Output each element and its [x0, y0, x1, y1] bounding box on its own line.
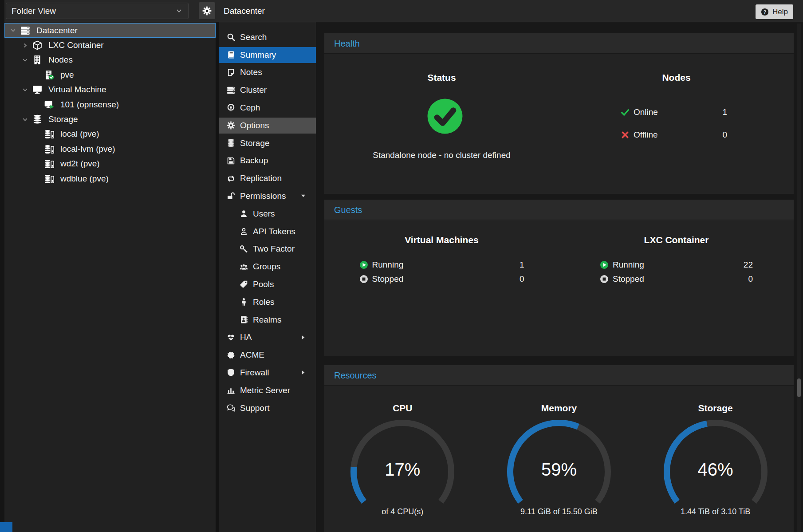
nav-item[interactable]: Realms [219, 312, 316, 328]
desktop-icon [32, 85, 45, 95]
tree-item-label: wdblue (pve) [60, 174, 109, 184]
nav-item[interactable]: Users [219, 206, 316, 222]
tree-expander-icon[interactable] [10, 27, 20, 34]
guests-body: Virtual Machines Running 1 [324, 220, 794, 287]
nav-item[interactable]: Roles [219, 294, 316, 310]
tree-row[interactable]: Datacenter [4, 23, 216, 38]
nav-item[interactable]: Backup [219, 153, 316, 169]
tree-expander-icon[interactable] [22, 56, 32, 63]
tree-item-label: wd2t (pve) [60, 159, 100, 169]
tree-expander-icon[interactable] [34, 175, 44, 182]
help-button[interactable]: ? Help [756, 4, 793, 19]
tree-expander-icon[interactable] [22, 86, 32, 93]
database-drive-icon [44, 144, 57, 154]
nav-item[interactable]: Options [219, 118, 316, 134]
stop-circle-icon [600, 275, 609, 284]
tree-expander-icon[interactable] [34, 130, 44, 138]
tree-view-selector[interactable]: Folder View [6, 3, 189, 19]
tree-expander-icon[interactable] [34, 71, 44, 79]
tree-row[interactable]: Virtual Machine [4, 83, 216, 97]
tree-expander-icon[interactable] [34, 146, 44, 153]
tree-row[interactable]: 101 (opnsense) [4, 97, 216, 112]
nav-item[interactable]: Permissions [219, 188, 316, 204]
guest-status-label: Running [613, 260, 644, 270]
tree-item-label: local-lvm (pve) [60, 144, 115, 154]
chevron-down-icon[interactable] [175, 7, 183, 15]
tree-row[interactable]: wdblue (pve) [4, 171, 216, 186]
tree-indent [4, 30, 10, 31]
tree-row[interactable]: Nodes [4, 53, 216, 67]
help-icon: ? [761, 8, 769, 16]
guest-status-label: Stopped [613, 274, 644, 284]
nav-item-label: Search [240, 32, 267, 42]
nav-item[interactable]: API Tokens [219, 224, 316, 240]
tree-indent [4, 90, 22, 90]
cross-icon [621, 130, 630, 139]
tree-indent [4, 134, 34, 134]
ceph-icon [225, 103, 236, 112]
tree-expander-icon[interactable] [34, 101, 44, 108]
tree-row[interactable]: wd2t (pve) [4, 157, 216, 171]
guest-column: LXC Container Running 22 [559, 235, 794, 287]
nav-item[interactable]: HA [219, 329, 316, 345]
nav-item[interactable]: Summary [219, 47, 316, 63]
nav-item[interactable]: Notes [219, 64, 316, 80]
resource-tree-panel: Datacenter LXC Container Nodes [4, 22, 216, 532]
nav-item-label: Realms [253, 315, 281, 325]
nav-item-label: Pools [253, 280, 274, 289]
tree-expander-icon[interactable] [34, 160, 44, 167]
nav-item-label: Roles [253, 297, 275, 307]
nav-item[interactable]: Firewall [219, 365, 316, 381]
node-status-value: 0 [722, 130, 727, 140]
nav-item[interactable]: Replication [219, 170, 316, 186]
nav-item[interactable]: Two Factor [219, 241, 316, 257]
gauge-percent: 17% [345, 460, 460, 480]
tree-indent [4, 149, 34, 149]
tree-settings-button[interactable] [199, 2, 215, 19]
nav-item[interactable]: Search [219, 29, 316, 45]
tree-expander-icon[interactable] [22, 42, 32, 49]
tree-item-label: 101 (opnsense) [60, 100, 119, 110]
floppy-icon [225, 157, 236, 165]
guest-status-label: Stopped [372, 274, 404, 284]
tree-row[interactable]: local (pve) [4, 127, 216, 142]
chart-bars-icon [225, 386, 236, 394]
resources-section-title: Resources [324, 365, 794, 386]
tree-indent [4, 75, 34, 75]
nav-item[interactable]: Ceph [219, 100, 316, 116]
tree-row[interactable]: pve [4, 67, 216, 82]
help-button-label: Help [772, 8, 788, 16]
guest-table: Running 1 Stopped 0 [359, 258, 524, 287]
proxmox-app: Folder View Datacenter ? Help Datacenter [0, 0, 803, 532]
cluster-status-message: Standalone node - no cluster defined [324, 150, 559, 160]
server-icon [225, 86, 236, 95]
tree-row[interactable]: Storage [4, 112, 216, 126]
nav-item[interactable]: Pools [219, 276, 316, 292]
nav-item[interactable]: ACME [219, 347, 316, 363]
nav-item[interactable]: Support [219, 400, 316, 416]
building-check-icon [44, 70, 57, 80]
nav-item[interactable]: Metric Server [219, 382, 316, 398]
content-scrollbar[interactable] [797, 24, 801, 532]
gauge-percent: 46% [658, 460, 773, 480]
resource-tree: Datacenter LXC Container Nodes [4, 23, 216, 186]
desktop-play-icon [44, 100, 57, 110]
guest-column-heading: LXC Container [644, 235, 709, 245]
nav-item[interactable]: Cluster [219, 82, 316, 98]
nav-item-label: ACME [240, 350, 264, 360]
caret-right-icon [300, 370, 306, 375]
nav-item[interactable]: Storage [219, 135, 316, 151]
tree-expander-icon[interactable] [22, 116, 32, 123]
node-status-value: 1 [722, 107, 727, 117]
node-status-label: Online [634, 107, 658, 117]
nav-item[interactable]: Groups [219, 259, 316, 275]
resource-gauge: Storage 46% 1.44 TiB of 3.10 TiB [637, 403, 794, 516]
panel-splitter[interactable] [216, 22, 219, 532]
check-icon [621, 108, 630, 117]
scrollbar-thumb[interactable] [797, 378, 801, 397]
tree-item-label: LXC Container [48, 40, 104, 50]
acme-icon [225, 351, 236, 359]
tree-row[interactable]: LXC Container [4, 38, 216, 52]
tree-row[interactable]: local-lvm (pve) [4, 142, 216, 156]
guest-column-heading: Virtual Machines [405, 235, 479, 245]
